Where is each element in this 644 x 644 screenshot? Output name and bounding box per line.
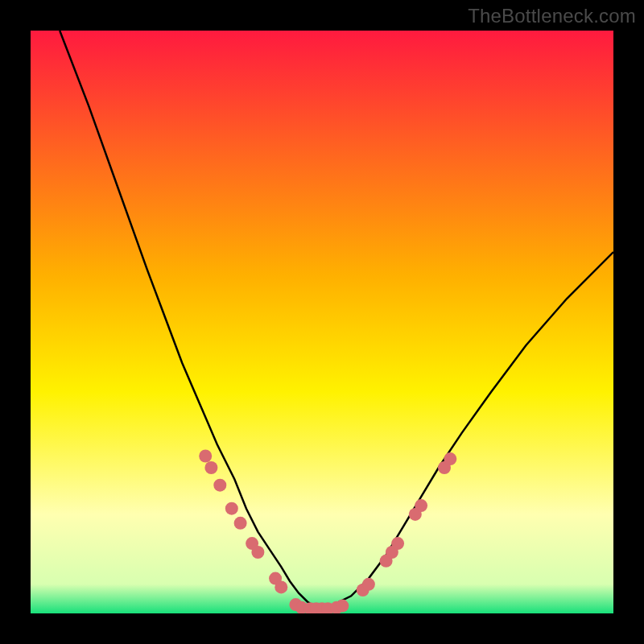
chart-svg — [31, 31, 613, 613]
curve-marker — [362, 578, 375, 591]
curve-marker — [199, 450, 212, 463]
curve-marker — [391, 537, 404, 550]
chart-frame: TheBottleneck.com — [0, 0, 644, 644]
curve-marker — [444, 452, 456, 465]
curve-marker — [204, 461, 217, 474]
curve-marker — [275, 580, 287, 593]
plot-area — [31, 31, 613, 613]
gradient-background — [31, 31, 613, 613]
curve-marker — [251, 546, 264, 559]
watermark-text: TheBottleneck.com — [468, 5, 636, 27]
curve-marker — [336, 600, 349, 613]
curve-marker — [415, 499, 427, 512]
curve-marker — [225, 502, 238, 515]
curve-marker — [213, 479, 226, 492]
curve-marker — [234, 517, 247, 530]
